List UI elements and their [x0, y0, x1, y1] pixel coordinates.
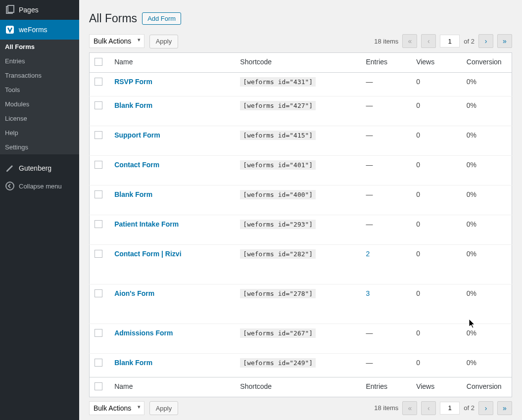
form-shortcode[interactable]: [weforms id="278"]	[240, 289, 316, 298]
first-page-button-bottom[interactable]: «	[402, 401, 417, 415]
pagination-top: 18 items « ‹ of 2 › »	[374, 34, 512, 48]
entries-link[interactable]: 3	[366, 289, 370, 297]
column-header-shortcode: Shortcode	[235, 52, 361, 72]
items-count-bottom: 18 items	[374, 404, 398, 412]
entries-value: —	[366, 101, 373, 109]
row-checkbox[interactable]	[95, 250, 102, 258]
prev-page-button[interactable]: ‹	[421, 34, 436, 48]
row-checkbox[interactable]	[95, 78, 102, 86]
row-checkbox[interactable]	[95, 101, 102, 109]
submenu-item-settings[interactable]: Settings	[0, 140, 79, 154]
table-row: Contact Form | Rizvi [weforms id="282"] …	[90, 244, 512, 284]
column-header-name[interactable]: Name	[109, 52, 235, 72]
views-value: 0	[416, 359, 420, 367]
forms-table: Name Shortcode Entries Views Conversion …	[89, 52, 512, 397]
select-all-checkbox[interactable]	[95, 58, 102, 66]
bulk-actions-select[interactable]: Bulk Actions	[89, 34, 144, 48]
row-checkbox[interactable]	[95, 131, 102, 139]
row-checkbox[interactable]	[95, 220, 102, 228]
form-name-link[interactable]: Contact Form | Rizvi	[114, 250, 181, 258]
sidebar-item-pages[interactable]: Pages	[0, 0, 79, 20]
conversion-value: 0%	[467, 101, 476, 109]
last-page-button[interactable]: »	[497, 34, 512, 48]
entries-value: —	[366, 329, 373, 337]
form-name-link[interactable]: Contact Form	[114, 161, 159, 169]
main-content: All Forms Add Form Bulk Actions Apply 18…	[79, 0, 522, 420]
submenu-item-entries[interactable]: Entries	[0, 54, 79, 68]
form-name-link[interactable]: Aion's Form	[114, 289, 154, 297]
tablenav-bottom: Bulk Actions Apply 18 items « ‹ of 2 › »	[89, 401, 512, 416]
conversion-value: 0%	[467, 161, 476, 169]
views-value: 0	[416, 101, 420, 109]
entries-link[interactable]: 2	[366, 250, 370, 258]
select-all-checkbox-bottom[interactable]	[95, 382, 102, 390]
conversion-value: 0%	[467, 131, 476, 139]
items-count: 18 items	[374, 38, 398, 45]
total-pages-label: of 2	[464, 38, 475, 45]
bulk-actions-group-bottom: Bulk Actions Apply	[89, 401, 178, 416]
form-name-link[interactable]: Blank Form	[114, 359, 152, 367]
prev-page-button-bottom[interactable]: ‹	[421, 401, 436, 415]
form-name-link[interactable]: Patient Intake Form	[114, 220, 179, 228]
page-header: All Forms Add Form	[89, 12, 512, 25]
sidebar-item-gutenberg[interactable]: Gutenberg	[0, 159, 79, 177]
column-header-conversion: Conversion	[462, 52, 512, 72]
views-value: 0	[416, 78, 420, 86]
form-name-link[interactable]: Support Form	[114, 131, 160, 139]
form-shortcode[interactable]: [weforms id="249"]	[240, 358, 316, 368]
form-shortcode[interactable]: [weforms id="293"]	[240, 220, 316, 229]
form-name-link[interactable]: Blank Form	[114, 101, 152, 109]
sidebar-collapse-menu[interactable]: Collapse menu	[0, 177, 79, 195]
row-checkbox[interactable]	[95, 190, 102, 198]
form-name-link[interactable]: Blank Form	[114, 190, 152, 198]
conversion-value: 0%	[467, 289, 476, 297]
submenu-item-help[interactable]: Help	[0, 126, 79, 140]
form-shortcode[interactable]: [weforms id="400"]	[240, 190, 316, 199]
form-shortcode[interactable]: [weforms id="431"]	[240, 77, 316, 87]
sidebar-item-weforms[interactable]: weForms	[0, 20, 79, 40]
form-shortcode[interactable]: [weforms id="427"]	[240, 101, 316, 110]
form-shortcode[interactable]: [weforms id="282"]	[240, 249, 316, 259]
next-page-button[interactable]: ›	[478, 34, 493, 48]
last-page-button-bottom[interactable]: »	[497, 401, 512, 415]
weforms-icon	[5, 25, 15, 35]
conversion-value: 0%	[467, 78, 476, 86]
current-page-input-bottom[interactable]	[440, 402, 460, 415]
submenu-item-transactions[interactable]: Transactions	[0, 68, 79, 83]
form-name-link[interactable]: Admissions Form	[114, 329, 173, 337]
pages-icon	[5, 5, 15, 15]
table-row: Blank Form [weforms id="427"] — 0 0%	[90, 96, 512, 126]
submenu-item-tools[interactable]: Tools	[0, 83, 79, 97]
column-footer-name[interactable]: Name	[109, 377, 235, 397]
first-page-button[interactable]: «	[402, 34, 417, 48]
form-shortcode[interactable]: [weforms id="415"]	[240, 131, 316, 140]
apply-button-bottom[interactable]: Apply	[149, 401, 179, 415]
current-page-input[interactable]	[440, 35, 460, 47]
sidebar-label: weForms	[19, 26, 47, 34]
add-form-button[interactable]: Add Form	[142, 12, 181, 25]
row-checkbox[interactable]	[95, 161, 102, 169]
form-name-link[interactable]: RSVP Form	[114, 78, 152, 86]
submenu-item-license[interactable]: License	[0, 111, 79, 126]
submenu-item-all-forms[interactable]: All Forms	[0, 40, 79, 54]
tablenav-top: Bulk Actions Apply 18 items « ‹ of 2 › »	[89, 34, 512, 48]
apply-button[interactable]: Apply	[149, 35, 179, 48]
next-page-button-bottom[interactable]: ›	[478, 401, 493, 415]
entries-value: —	[366, 161, 373, 169]
entries-value: —	[366, 359, 373, 367]
views-value: 0	[416, 161, 420, 169]
table-row: Blank Form [weforms id="249"] — 0 0%	[90, 353, 512, 377]
sidebar-label: Pages	[19, 6, 39, 14]
row-checkbox[interactable]	[95, 329, 102, 337]
entries-value: —	[366, 190, 373, 198]
submenu-item-modules[interactable]: Modules	[0, 97, 79, 111]
row-checkbox[interactable]	[95, 289, 102, 297]
entries-value: —	[366, 220, 373, 228]
bulk-actions-select-bottom[interactable]: Bulk Actions	[89, 401, 144, 415]
row-checkbox[interactable]	[95, 359, 102, 367]
form-shortcode[interactable]: [weforms id="401"]	[240, 160, 316, 170]
form-shortcode[interactable]: [weforms id="267"]	[240, 328, 316, 338]
column-header-views: Views	[411, 52, 462, 72]
column-footer-entries: Entries	[361, 377, 411, 397]
column-footer-conversion: Conversion	[462, 377, 512, 397]
